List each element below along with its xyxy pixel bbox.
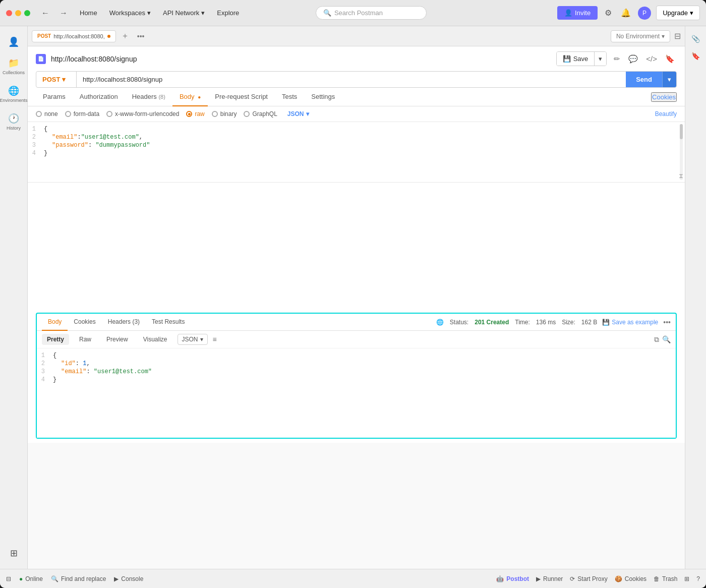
view-preview-button[interactable]: Preview [101, 334, 133, 345]
option-none[interactable]: none [36, 110, 58, 117]
sidebar-item-environments[interactable]: 🌐 Environments [3, 81, 25, 107]
format-selector[interactable]: JSON ▾ [287, 110, 309, 117]
help-button[interactable]: ? [696, 575, 700, 582]
api-network-nav[interactable]: API Network ▾ [158, 7, 210, 19]
url-input[interactable] [77, 72, 626, 87]
save-button-group: 💾 Save ▾ [556, 51, 607, 66]
upgrade-button[interactable]: Upgrade ▾ [656, 6, 700, 20]
bookmark-button[interactable]: 🔖 [663, 52, 677, 66]
view-visualize-button[interactable]: Visualize [138, 334, 172, 345]
response-body-editor: 1 { 2 "id": 1, 3 [37, 348, 676, 438]
response-tab-body[interactable]: Body [42, 314, 68, 331]
resize-handle[interactable]: ⌶ [679, 172, 683, 180]
scrollbar-track[interactable] [680, 124, 683, 180]
tab-post-signup[interactable]: POST http://localhost:8080, [32, 30, 116, 42]
response-tabs-bar: Body Cookies Headers (3) Test Results [37, 314, 676, 331]
save-button[interactable]: 💾 Save [557, 52, 595, 66]
tab-headers[interactable]: Headers (8) [125, 88, 172, 106]
send-button[interactable]: Send [626, 72, 662, 87]
cookies-button[interactable]: 🍪 Cookies [615, 575, 646, 582]
console-button[interactable]: ▶ Console [114, 575, 143, 582]
code-line-2: 2 "email":"user1@test.com", [28, 133, 685, 141]
tab-params[interactable]: Params [36, 88, 73, 106]
tab-pre-request[interactable]: Pre-request Script [208, 88, 275, 106]
tab-authorization[interactable]: Authorization [73, 88, 125, 106]
res-code-line-1: 1 { [37, 351, 676, 360]
close-button[interactable] [6, 10, 12, 16]
option-raw[interactable]: raw [186, 110, 204, 117]
right-panel-button-1[interactable]: 📎 [687, 31, 704, 46]
code-button[interactable]: </> [644, 52, 659, 65]
user-icon: 👤 [8, 36, 19, 47]
tab-tests[interactable]: Tests [275, 88, 304, 106]
response-more-button[interactable]: ••• [663, 318, 671, 326]
response-tab-cookies[interactable]: Cookies [68, 314, 101, 331]
response-format-selector[interactable]: JSON ▾ [178, 334, 208, 345]
tab-settings[interactable]: Settings [304, 88, 342, 106]
layout-icon: ⊟ [6, 575, 11, 582]
view-raw-button[interactable]: Raw [74, 334, 96, 345]
settings-button[interactable]: ⚙ [603, 6, 614, 20]
postbot-button[interactable]: 🤖 Postbot [496, 575, 529, 582]
body-spacer [28, 183, 685, 309]
minimize-button[interactable] [15, 10, 21, 16]
save-example-button[interactable]: 💾 Save as example [602, 319, 658, 326]
notifications-button[interactable]: 🔔 [619, 6, 633, 20]
scrollbar-thumb[interactable] [680, 124, 683, 139]
copy-response-button[interactable]: ⧉ [654, 335, 659, 344]
layout-button[interactable]: ⊟ [6, 575, 11, 582]
trash-button[interactable]: 🗑 Trash [654, 575, 677, 582]
save-dropdown-button[interactable]: ▾ [594, 52, 606, 66]
new-tab-button[interactable]: ＋ [118, 29, 132, 43]
forward-button[interactable]: → [56, 7, 71, 20]
chevron-down-icon: ▾ [200, 336, 203, 343]
search-bar[interactable]: 🔍 Search Postman [316, 6, 427, 20]
layout-toggle-button[interactable]: ⊟ [674, 31, 681, 41]
option-urlencoded[interactable]: x-www-form-urlencoded [106, 110, 179, 117]
code-line-4: 4 } [28, 149, 685, 157]
search-icon: 🔍 [323, 9, 331, 17]
sidebar-item-collections[interactable]: 📁 Collections [3, 53, 25, 79]
workspaces-nav[interactable]: Workspaces ▾ [104, 7, 156, 19]
find-replace-button[interactable]: 🔍 Find and replace [51, 575, 106, 582]
sidebar-item-grids[interactable]: ⊞ [3, 544, 25, 563]
right-panel-button-2[interactable]: 🔖 [687, 48, 704, 64]
response-tab-test-results[interactable]: Test Results [146, 314, 191, 331]
beautify-button[interactable]: Beautify [655, 110, 677, 117]
option-form-data[interactable]: form-data [65, 110, 99, 117]
search-response-button[interactable]: 🔍 [662, 335, 671, 344]
online-status[interactable]: ● Online [19, 575, 43, 582]
runner-button[interactable]: ▶ Runner [536, 575, 563, 582]
sidebar-item-history[interactable]: 🕐 History [3, 109, 25, 135]
edit-button[interactable]: ✏ [612, 52, 622, 66]
comment-button[interactable]: 💬 [626, 52, 640, 66]
send-dropdown-button[interactable]: ▾ [662, 72, 676, 87]
explore-nav[interactable]: Explore [212, 7, 244, 19]
avatar-button[interactable]: P [638, 7, 651, 20]
response-status: 🌐 Status: 201 Created Time: 136 ms Size:… [436, 319, 597, 326]
environments-icon: 🌐 [8, 85, 19, 96]
back-button[interactable]: ← [38, 7, 52, 20]
online-icon: ● [19, 575, 23, 582]
sidebar-item-user[interactable]: 👤 [3, 32, 25, 51]
save-icon: 💾 [563, 55, 571, 63]
content-area: POST http://localhost:8080, ＋ ••• No Env… [28, 26, 685, 569]
fullscreen-button[interactable] [24, 10, 30, 16]
method-select[interactable]: POST ▾ [36, 72, 77, 87]
more-tabs-button[interactable]: ••• [134, 30, 148, 42]
invite-button[interactable]: 👤 Invite [557, 6, 598, 20]
request-tabs: Params Authorization Headers (8) Body ● [28, 88, 685, 106]
home-nav[interactable]: Home [75, 7, 102, 19]
start-proxy-button[interactable]: ⟳ Start Proxy [570, 575, 607, 582]
grid-status-button[interactable]: ⊞ [684, 575, 689, 582]
environment-selector[interactable]: No Environment ▾ [611, 30, 670, 42]
option-graphql[interactable]: GraphQL [244, 110, 277, 117]
save-icon: 💾 [602, 319, 610, 326]
cookies-link[interactable]: Cookies [651, 92, 677, 102]
option-binary[interactable]: binary [212, 110, 237, 117]
response-tab-headers[interactable]: Headers (3) [102, 314, 146, 331]
tab-body[interactable]: Body ● [172, 88, 208, 106]
view-pretty-button[interactable]: Pretty [42, 334, 69, 345]
filter-button[interactable]: ≡ [213, 335, 217, 343]
runner-icon: ▶ [536, 575, 541, 582]
